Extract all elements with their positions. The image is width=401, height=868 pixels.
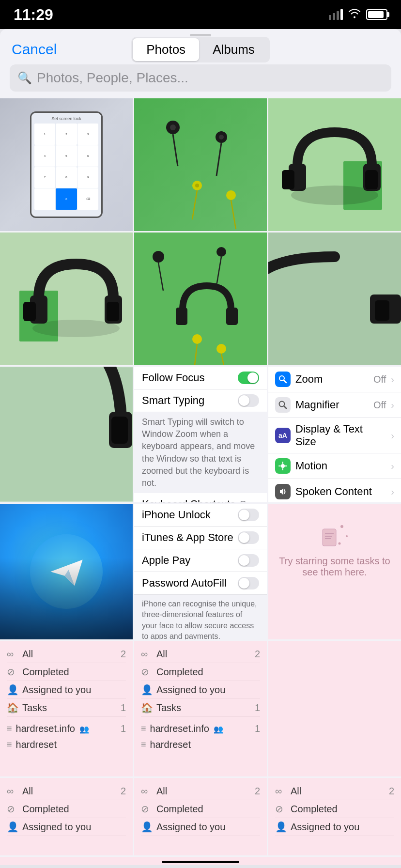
task-completed-item2[interactable]: ⊘ Completed (141, 663, 260, 681)
empty-cell-right (268, 641, 401, 776)
zoom-icon (275, 372, 291, 387)
tab-albums[interactable]: Albums (199, 38, 268, 61)
tasks-label: Tasks (22, 702, 116, 713)
infinity-icon2: ∞ (141, 649, 152, 660)
workspace1-count: 1 (121, 723, 126, 734)
svg-rect-16 (365, 170, 378, 189)
task-all-item2[interactable]: ∞ All 2 (141, 646, 260, 663)
follow-focus-toggle[interactable] (238, 372, 259, 384)
itunes-row[interactable]: iTunes & App Store (134, 527, 267, 549)
follow-focus-row[interactable]: Follow Focus (134, 367, 267, 389)
bottom-infinity-2: ∞ (141, 786, 152, 797)
photo-cell-telegram[interactable] (0, 504, 133, 639)
svg-line-8 (192, 190, 197, 219)
task-assigned-item2[interactable]: 👤 Assigned to you (141, 681, 260, 699)
tab-photos[interactable]: Photos (133, 38, 199, 61)
bottom-person-2: 👤 (141, 821, 152, 833)
task-assigned-item[interactable]: 👤 Assigned to you (7, 681, 126, 699)
bottom-person-3: 👤 (275, 821, 286, 833)
workspace-icon1: ≡ (7, 724, 12, 734)
photo-cell-headphones4[interactable] (0, 367, 133, 502)
cancel-button[interactable]: Cancel (12, 41, 57, 58)
bottom-infinity-3: ∞ (275, 786, 286, 797)
display-text-label: Display & Text Size (295, 423, 386, 448)
apple-pay-row[interactable]: Apple Pay (134, 549, 267, 572)
task-list-panel-1: ∞ All 2 ⊘ Completed 👤 Assigned to you 🏠 (0, 641, 133, 776)
search-bar[interactable]: 🔍 Photos, People, Places... (10, 64, 391, 92)
battery-icon (366, 9, 387, 20)
main-container: Cancel Photos Albums 🔍 Photos, People, P… (0, 29, 401, 868)
zoom-row[interactable]: Zoom Off › (268, 367, 401, 392)
bottom-all-2[interactable]: ∞ All 2 (141, 783, 260, 800)
password-autofill-toggle[interactable] (238, 577, 259, 589)
task-all-item[interactable]: ∞ All 2 (7, 646, 126, 663)
apple-pay-toggle[interactable] (238, 554, 259, 567)
check-circle-icon: ⊘ (7, 666, 17, 678)
photo-cell-earphones2[interactable] (134, 232, 267, 365)
bottom-completed-1[interactable]: ⊘ Completed (7, 800, 126, 818)
svg-point-28 (216, 247, 226, 257)
segment-control: Photos Albums (131, 37, 270, 62)
task-tasks-item2[interactable]: 🏠 Tasks 1 (141, 699, 260, 717)
bottom-completed-3[interactable]: ⊘ Completed (275, 800, 394, 818)
zoom-label: Zoom (295, 373, 369, 386)
photo-grid-row-6: ∞ All 2 ⊘ Completed 👤 Assigned to you (0, 778, 401, 855)
infinity-icon: ∞ (7, 649, 17, 660)
svg-rect-38 (375, 300, 389, 321)
task-completed-item[interactable]: ⊘ Completed (7, 663, 126, 681)
iphone-unlock-toggle[interactable] (238, 509, 259, 521)
workspace-icon3: ≡ (141, 724, 146, 734)
photo-cell-earphones1[interactable] (134, 98, 267, 231)
svg-point-53 (346, 535, 348, 537)
bottom-task-1: ∞ All 2 ⊘ Completed 👤 Assigned to you (0, 778, 133, 855)
svg-point-4 (219, 135, 224, 140)
photo-cell-phone[interactable]: Set screen lock 1 2 3 4 5 6 7 8 9 (0, 98, 133, 231)
photo-cell-headphones1[interactable] (268, 98, 401, 231)
search-placeholder: Photos, People, Places... (37, 70, 188, 86)
bottom-assigned-1[interactable]: 👤 Assigned to you (7, 818, 126, 836)
photo-grid-row-3: Follow Focus Smart Typing Smart Typing w… (0, 367, 401, 502)
smart-typing-toggle[interactable] (238, 394, 259, 407)
magnifier-row[interactable]: Magnifier Off › (268, 392, 401, 418)
workspace1-label: hardreset.info 👥 (16, 723, 117, 734)
task-empty-text: Try starring some tasks to see them here… (275, 556, 394, 578)
keyboard-shortcuts-row[interactable]: Keyboard Shortcuts On › (134, 493, 267, 502)
settings-zoom-overlay: Follow Focus Smart Typing Smart Typing w… (134, 367, 267, 502)
iphone-unlock-row[interactable]: iPhone Unlock (134, 504, 267, 527)
bottom-assigned-2[interactable]: 👤 Assigned to you (141, 818, 260, 836)
svg-line-45 (284, 406, 287, 409)
bottom-person-1: 👤 (7, 821, 17, 833)
motion-row[interactable]: Motion › (268, 453, 401, 479)
smart-typing-description: Smart Typing will switch to Window Zoom … (134, 412, 267, 493)
workspace2-row[interactable]: ≡ hardreset (7, 737, 126, 753)
bottom-all-1[interactable]: ∞ All 2 (7, 783, 126, 800)
workspace2-label2: hardreset (150, 739, 260, 750)
smart-typing-row[interactable]: Smart Typing (134, 389, 267, 412)
tasks-label2: Tasks (156, 702, 250, 713)
svg-point-46 (281, 464, 285, 468)
status-icons (329, 8, 387, 21)
workspace2-row2[interactable]: ≡ hardreset (141, 737, 260, 753)
svg-line-5 (216, 143, 221, 176)
photo-cell-headphones2[interactable] (0, 232, 133, 365)
svg-rect-21 (23, 302, 36, 321)
svg-rect-41 (111, 417, 128, 444)
workspace1-row2[interactable]: ≡ hardreset.info 👥 1 (141, 721, 260, 737)
photo-cell-headphones3[interactable] (268, 232, 401, 365)
svg-rect-30 (176, 308, 187, 325)
itunes-toggle[interactable] (238, 531, 259, 544)
bottom-completed-2[interactable]: ⊘ Completed (141, 800, 260, 818)
display-text-size-row[interactable]: aA Display & Text Size › (268, 418, 401, 453)
task-tasks-item[interactable]: 🏠 Tasks 1 (7, 699, 126, 717)
workspace1-row[interactable]: ≡ hardreset.info 👥 1 (7, 721, 126, 737)
bottom-assigned-3[interactable]: 👤 Assigned to you (275, 818, 394, 836)
bottom-check-2: ⊘ (141, 803, 152, 815)
photo-grid-row-2 (0, 232, 401, 365)
svg-point-33 (216, 344, 226, 354)
workspace-icon4: ≡ (141, 740, 146, 750)
assigned-label2: Assigned to you (156, 684, 260, 696)
spoken-content-row[interactable]: Spoken Content › (268, 479, 401, 502)
bottom-infinity-1: ∞ (7, 786, 17, 797)
password-autofill-row[interactable]: Password AutoFill (134, 572, 267, 595)
bottom-all-3[interactable]: ∞ All 2 (275, 783, 394, 800)
